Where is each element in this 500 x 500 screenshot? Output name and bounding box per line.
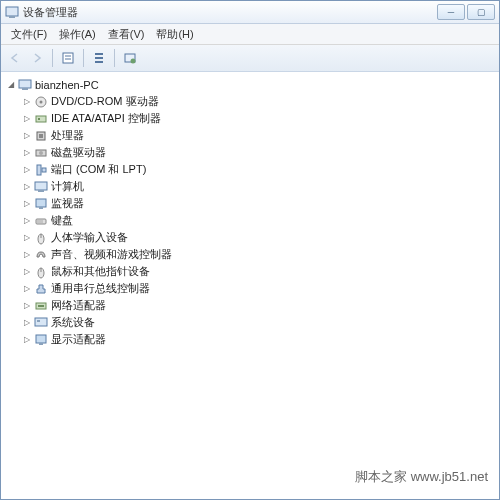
svg-rect-23 (38, 190, 44, 192)
menu-view[interactable]: 查看(V) (102, 27, 151, 42)
expand-icon[interactable]: ▷ (21, 232, 32, 243)
root-label: bianzhen-PC (35, 79, 99, 91)
device-icon (34, 197, 48, 211)
watermark: 脚本之家 www.jb51.net (355, 468, 488, 486)
item-label: 磁盘驱动器 (51, 145, 106, 160)
item-label: 通用串行总线控制器 (51, 281, 150, 296)
tree-item[interactable]: ▷显示适配器 (21, 331, 497, 348)
svg-point-13 (40, 100, 43, 103)
computer-icon (18, 78, 32, 92)
svg-rect-11 (22, 88, 28, 90)
expand-icon[interactable]: ▷ (21, 266, 32, 277)
device-icon (34, 180, 48, 194)
tree-item[interactable]: ▷网络适配器 (21, 297, 497, 314)
svg-rect-2 (63, 53, 73, 63)
expand-icon[interactable]: ▷ (21, 164, 32, 175)
separator (83, 49, 84, 67)
expand-icon[interactable]: ▷ (21, 283, 32, 294)
svg-point-9 (131, 59, 136, 64)
expand-icon[interactable]: ▷ (21, 249, 32, 260)
svg-rect-5 (95, 53, 103, 55)
expand-icon[interactable]: ▷ (21, 215, 32, 226)
tree-root[interactable]: ◢ bianzhen-PC (5, 76, 497, 93)
tree-item[interactable]: ▷端口 (COM 和 LPT) (21, 161, 497, 178)
svg-rect-15 (38, 118, 40, 120)
item-label: IDE ATA/ATAPI 控制器 (51, 111, 161, 126)
tree-item[interactable]: ▷计算机 (21, 178, 497, 195)
svg-rect-1 (9, 16, 15, 18)
device-tree[interactable]: ◢ bianzhen-PC ▷DVD/CD-ROM 驱动器▷IDE ATA/AT… (1, 72, 499, 499)
item-label: 人体学输入设备 (51, 230, 128, 245)
svg-point-19 (39, 151, 43, 155)
item-label: 鼠标和其他指针设备 (51, 264, 150, 279)
refresh-button[interactable] (120, 48, 140, 68)
forward-button[interactable] (27, 48, 47, 68)
svg-rect-17 (39, 134, 43, 138)
item-label: 端口 (COM 和 LPT) (51, 162, 146, 177)
device-icon (34, 248, 48, 262)
device-icon (34, 95, 48, 109)
item-label: 显示适配器 (51, 332, 106, 347)
svg-rect-38 (36, 335, 46, 343)
tree-item[interactable]: ▷通用串行总线控制器 (21, 280, 497, 297)
properties-button[interactable] (58, 48, 78, 68)
svg-rect-24 (36, 199, 46, 207)
expand-icon[interactable]: ▷ (21, 130, 32, 141)
tree-item[interactable]: ▷IDE ATA/ATAPI 控制器 (21, 110, 497, 127)
expand-icon[interactable]: ▷ (21, 334, 32, 345)
minimize-button[interactable]: ─ (437, 4, 465, 20)
device-icon (34, 299, 48, 313)
tree-item[interactable]: ▷系统设备 (21, 314, 497, 331)
toolbar (1, 45, 499, 72)
app-icon (5, 5, 19, 19)
expand-icon[interactable]: ▷ (21, 198, 32, 209)
separator (114, 49, 115, 67)
item-label: DVD/CD-ROM 驱动器 (51, 94, 159, 109)
device-icon (34, 163, 48, 177)
item-label: 监视器 (51, 196, 84, 211)
svg-rect-0 (6, 7, 18, 16)
svg-rect-21 (42, 168, 46, 172)
item-label: 声音、视频和游戏控制器 (51, 247, 172, 262)
expand-icon[interactable]: ▷ (21, 300, 32, 311)
device-manager-window: 设备管理器 ─ ▢ 文件(F) 操作(A) 查看(V) 帮助(H) ◢ bian… (0, 0, 500, 500)
item-label: 键盘 (51, 213, 73, 228)
list-button[interactable] (89, 48, 109, 68)
menu-file[interactable]: 文件(F) (5, 27, 53, 42)
expand-icon[interactable]: ▷ (21, 317, 32, 328)
tree-item[interactable]: ▷人体学输入设备 (21, 229, 497, 246)
device-icon (34, 282, 48, 296)
device-icon (34, 265, 48, 279)
device-icon (34, 231, 48, 245)
tree-item[interactable]: ▷磁盘驱动器 (21, 144, 497, 161)
menu-action[interactable]: 操作(A) (53, 27, 102, 42)
expand-icon[interactable]: ▷ (21, 113, 32, 124)
titlebar[interactable]: 设备管理器 ─ ▢ (1, 1, 499, 24)
expand-icon[interactable]: ▷ (21, 147, 32, 158)
device-icon (34, 129, 48, 143)
svg-rect-10 (19, 80, 31, 88)
maximize-button[interactable]: ▢ (467, 4, 495, 20)
device-icon (34, 146, 48, 160)
menubar: 文件(F) 操作(A) 查看(V) 帮助(H) (1, 24, 499, 45)
tree-item[interactable]: ▷键盘 (21, 212, 497, 229)
collapse-icon[interactable]: ◢ (5, 79, 16, 90)
item-label: 网络适配器 (51, 298, 106, 313)
tree-item[interactable]: ▷处理器 (21, 127, 497, 144)
svg-rect-14 (36, 116, 46, 122)
expand-icon[interactable]: ▷ (21, 181, 32, 192)
svg-rect-6 (95, 57, 103, 59)
device-icon (34, 316, 48, 330)
tree-item[interactable]: ▷鼠标和其他指针设备 (21, 263, 497, 280)
window-title: 设备管理器 (23, 5, 78, 20)
menu-help[interactable]: 帮助(H) (150, 27, 199, 42)
svg-rect-7 (95, 61, 103, 63)
svg-rect-25 (39, 207, 43, 209)
tree-item[interactable]: ▷DVD/CD-ROM 驱动器 (21, 93, 497, 110)
device-icon (34, 333, 48, 347)
expand-icon[interactable]: ▷ (21, 96, 32, 107)
svg-rect-37 (37, 320, 40, 322)
back-button[interactable] (5, 48, 25, 68)
tree-item[interactable]: ▷监视器 (21, 195, 497, 212)
tree-item[interactable]: ▷声音、视频和游戏控制器 (21, 246, 497, 263)
